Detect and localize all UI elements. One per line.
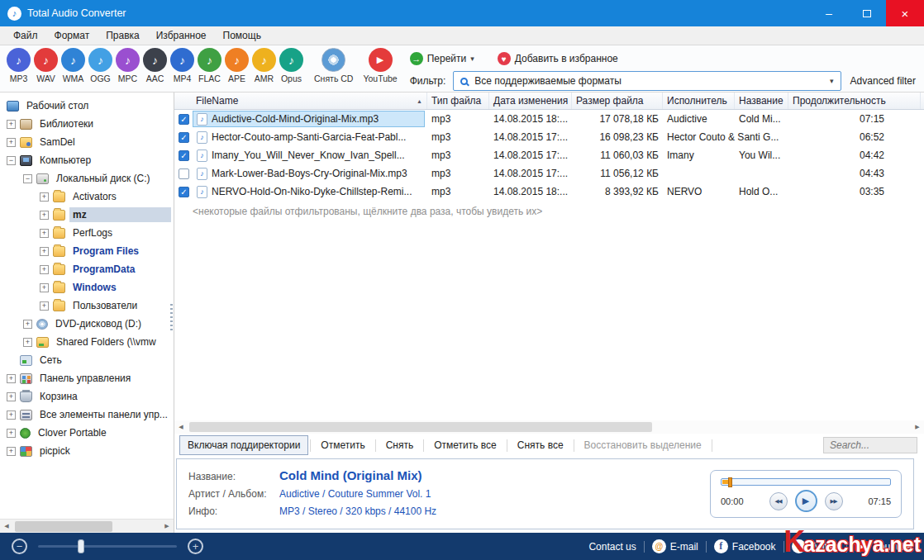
menu-item-помощь[interactable]: Помощь [215, 26, 269, 45]
sidebar-item-picpick[interactable]: +picpick [0, 442, 174, 460]
tree-expander-icon[interactable]: + [7, 138, 16, 147]
table-row[interactable]: ✓♪NERVO-Hold-On-Niko-Dyke-Chillstep-Remi… [174, 183, 924, 201]
table-row[interactable]: ♪Mark-Lower-Bad-Boys-Cry-Original-Mix.mp… [174, 164, 924, 183]
tree-expander-icon[interactable]: + [40, 265, 49, 274]
action-button-снять-все[interactable]: Снять все [509, 435, 572, 455]
table-row[interactable]: ✓♪Hector-Couto-amp-Santi-Garcia-Feat-Pab… [174, 128, 924, 146]
zoom-out-button[interactable]: − [12, 539, 27, 554]
tree-expander-icon[interactable]: − [23, 174, 32, 183]
zoom-slider[interactable] [38, 545, 177, 548]
format-button-mp4[interactable]: ♪MP4 [169, 48, 196, 83]
add-favorite-button[interactable]: ♥ Добавить в избранное [498, 52, 618, 65]
format-button-youtube[interactable]: ▶YouTube [362, 48, 398, 83]
format-button-wav[interactable]: ♪WAV [32, 48, 60, 83]
sidebar-item-все-элементы-панели-упр[interactable]: +Все элементы панели упр... [0, 406, 174, 424]
rewind-button[interactable]: ◀◀ [769, 492, 788, 510]
tree-expander-icon[interactable]: + [40, 211, 49, 220]
action-button-включая-поддиректории[interactable]: Включая поддиректории [179, 435, 308, 455]
row-checkbox[interactable]: ✓ [179, 187, 189, 197]
sidebar-item-samdel[interactable]: +SamDel [0, 133, 174, 151]
column-header-artist[interactable]: Исполнитель [663, 93, 735, 109]
minimize-button[interactable]: – [810, 0, 848, 26]
horizontal-scrollbar[interactable]: ◀ ▶ [174, 420, 924, 434]
seek-bar[interactable] [721, 478, 891, 486]
footer-link-contact[interactable]: Contact us [588, 541, 636, 553]
tree-expander-icon[interactable]: + [7, 392, 16, 401]
column-header-date[interactable]: Дата изменения [489, 93, 572, 109]
column-header-title[interactable]: Название [735, 93, 788, 109]
go-button[interactable]: → Перейти ▾ [410, 52, 474, 65]
footer-link-twitter[interactable]: tTwitter [792, 539, 839, 553]
footer-link-facebook[interactable]: fFacebook [714, 539, 776, 553]
sidebar-item-библиотеки[interactable]: +Библиотеки [0, 115, 174, 133]
advanced-filter-link[interactable]: Advanced filter [850, 75, 916, 87]
column-header-size[interactable]: Размер файла [572, 93, 663, 109]
zoom-slider-thumb[interactable] [78, 539, 84, 553]
close-button[interactable]: × [886, 0, 924, 26]
footer-link-youtube[interactable]: ▶YouTube [855, 541, 912, 553]
sidebar-item-clover-portable[interactable]: +Clover Portable [0, 424, 174, 442]
splitter-handle[interactable] [170, 304, 173, 332]
menu-item-правка[interactable]: Правка [98, 26, 148, 45]
sidebar-item-локальный-диск-c[interactable]: −Локальный диск (C:) [0, 169, 174, 187]
sidebar-item-program-files[interactable]: +Program Files [0, 242, 174, 260]
seek-thumb[interactable] [728, 477, 732, 487]
tree-expander-icon[interactable]: + [7, 374, 16, 383]
tree-expander-icon[interactable]: + [40, 247, 49, 256]
filter-dropdown[interactable]: Все поддерживаемые форматы ▾ [453, 71, 841, 91]
scroll-left-icon[interactable]: ◀ [0, 520, 13, 533]
sidebar-item-компьютер[interactable]: −Компьютер [0, 151, 174, 169]
format-button-mpc[interactable]: ♪MPC [114, 48, 141, 83]
search-input[interactable] [823, 437, 917, 453]
tree-expander-icon[interactable]: + [7, 447, 16, 456]
row-checkbox[interactable]: ✓ [179, 132, 189, 143]
sidebar-item-activators[interactable]: +Activators [0, 187, 174, 206]
table-row[interactable]: ✓♪Imany_You_Will_Never_Know_Ivan_Spell..… [174, 146, 924, 164]
scrollbar-thumb[interactable] [15, 521, 112, 532]
scroll-right-icon[interactable]: ▶ [160, 520, 174, 533]
menu-item-формат[interactable]: Формат [46, 26, 98, 45]
sidebar-item-programdata[interactable]: +ProgramData [0, 260, 174, 278]
menu-item-избранное[interactable]: Избранное [148, 26, 215, 45]
tree-expander-icon[interactable]: + [40, 301, 49, 311]
format-button-aac[interactable]: ♪AAC [141, 48, 169, 83]
format-button-opus[interactable]: ♪Opus [278, 48, 305, 83]
sidebar-item-панель-управления[interactable]: +Панель управления [0, 369, 174, 387]
sidebar-item-shared-folders-vmw[interactable]: +Shared Folders (\\vmw [0, 333, 174, 351]
row-checkbox[interactable]: ✓ [179, 114, 189, 125]
sidebar-item-dvdдисковод-d[interactable]: +DVD-дисковод (D:) [0, 315, 174, 333]
tree-expander-icon[interactable]: + [7, 411, 16, 420]
format-button-ape[interactable]: ♪APE [223, 48, 250, 83]
sidebar-item-пользователи[interactable]: +Пользователи [0, 297, 174, 315]
tree-expander-icon[interactable]: + [7, 120, 16, 129]
sidebar-item-корзина[interactable]: +Корзина [0, 387, 174, 406]
sidebar-item-windows[interactable]: +Windows [0, 278, 174, 297]
footer-link-email[interactable]: @E-mail [652, 539, 698, 553]
scroll-left-icon[interactable]: ◀ [174, 420, 188, 434]
menu-item-файл[interactable]: Файл [5, 26, 46, 45]
maximize-button[interactable] [848, 0, 886, 26]
format-button-ogg[interactable]: ♪OGG [87, 48, 114, 83]
action-button-отметить-все[interactable]: Отметить все [426, 435, 505, 455]
sidebar-item-perflogs[interactable]: +PerfLogs [0, 224, 174, 242]
format-button-wma[interactable]: ♪WMA [60, 48, 87, 83]
scroll-right-icon[interactable]: ▶ [911, 420, 924, 434]
format-button-amr[interactable]: ♪AMR [250, 48, 278, 83]
tree-expander-icon[interactable]: + [40, 192, 49, 202]
sidebar-item-рабочий-стол[interactable]: Рабочий стол [0, 97, 174, 115]
sidebar-item-сеть[interactable]: Сеть [0, 351, 174, 369]
sidebar-item-mz[interactable]: +mz [0, 206, 174, 224]
sidebar-horizontal-scrollbar[interactable]: ◀ ▶ [0, 519, 174, 533]
table-row[interactable]: ✓♪Audictive-Cold-Mind-Original-Mix.mp3mp… [174, 110, 924, 128]
action-button-снять[interactable]: Снять [378, 435, 422, 455]
row-checkbox[interactable] [179, 168, 189, 179]
scrollbar-thumb[interactable] [189, 422, 652, 432]
tree-expander-icon[interactable]: + [7, 429, 16, 438]
forward-button[interactable]: ▶▶ [825, 492, 843, 510]
tree-expander-icon[interactable]: + [40, 283, 49, 292]
format-button-снять-cd[interactable]: Снять CD [313, 48, 354, 83]
tree-expander-icon[interactable]: + [23, 320, 32, 329]
play-button[interactable]: ▶ [795, 490, 817, 512]
zoom-in-button[interactable]: + [188, 539, 203, 554]
tree-expander-icon[interactable]: + [40, 229, 49, 238]
